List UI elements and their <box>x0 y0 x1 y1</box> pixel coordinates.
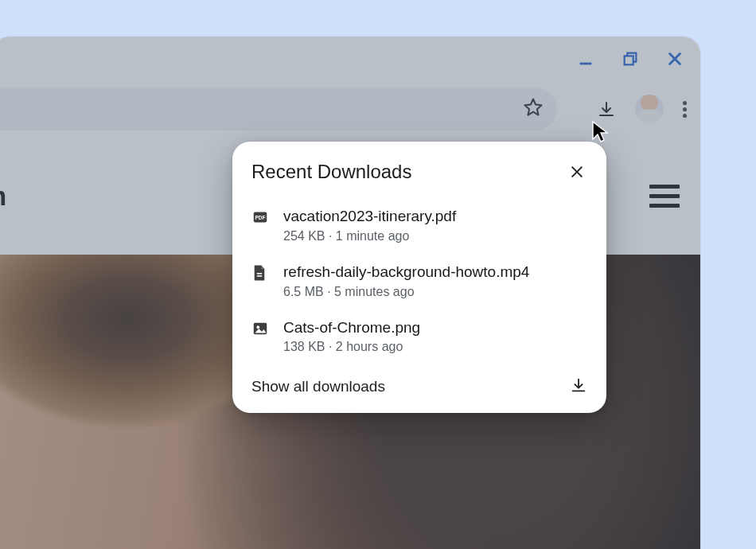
downloads-toolbar-button[interactable] <box>589 92 624 127</box>
download-filename: vacation2023-itinerary.pdf <box>283 207 456 226</box>
svg-rect-0 <box>580 63 592 65</box>
bookmark-star-icon[interactable] <box>522 96 544 122</box>
close-window-button[interactable] <box>664 48 686 70</box>
site-title-fragment: m <box>0 181 6 212</box>
download-item[interactable]: refresh-daily-background-howto.mp4 6.5 M… <box>251 253 587 309</box>
download-meta: 138 KB · 2 hours ago <box>283 340 420 354</box>
show-all-downloads-link[interactable]: Show all downloads <box>251 378 385 395</box>
download-meta: 6.5 MB · 5 minutes ago <box>283 285 529 299</box>
generic-file-icon <box>251 264 269 285</box>
restore-button[interactable] <box>619 48 641 70</box>
browser-menu-button[interactable] <box>675 99 694 119</box>
download-icon <box>597 99 616 119</box>
recent-downloads-popover: Recent Downloads PDF vacation2023-itiner… <box>232 142 606 413</box>
download-item[interactable]: Cats-of-Chrome.png 138 KB · 2 hours ago <box>251 309 587 364</box>
browser-toolbar <box>0 81 700 137</box>
window-titlebar <box>0 37 700 81</box>
minimize-button[interactable] <box>575 48 597 70</box>
pdf-file-icon: PDF <box>251 208 269 229</box>
close-popover-button[interactable] <box>567 162 587 182</box>
profile-avatar[interactable] <box>635 95 664 123</box>
download-filename: Cats-of-Chrome.png <box>283 318 420 337</box>
svg-text:PDF: PDF <box>255 215 266 220</box>
svg-rect-1 <box>625 56 633 64</box>
svg-point-7 <box>256 325 259 329</box>
site-menu-icon[interactable] <box>649 185 680 208</box>
close-icon <box>569 164 585 180</box>
address-bar[interactable] <box>0 88 557 130</box>
download-meta: 254 KB · 1 minute ago <box>283 229 456 243</box>
download-item[interactable]: PDF vacation2023-itinerary.pdf 254 KB · … <box>251 197 587 253</box>
image-file-icon <box>251 320 269 341</box>
popover-title: Recent Downloads <box>251 161 411 183</box>
svg-rect-4 <box>257 273 262 274</box>
download-filename: refresh-daily-background-howto.mp4 <box>283 263 529 282</box>
download-icon <box>570 376 587 397</box>
svg-rect-5 <box>257 275 262 277</box>
